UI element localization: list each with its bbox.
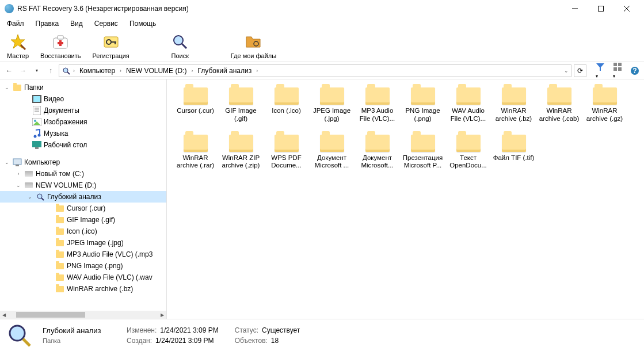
menu-view[interactable]: Вид xyxy=(66,18,87,29)
chevron-right-icon: › xyxy=(73,68,75,74)
node-label: Новый том (C:) xyxy=(36,170,84,178)
node-icon xyxy=(55,215,64,224)
folder-icon xyxy=(455,85,482,107)
maximize-button[interactable] xyxy=(588,0,613,17)
node-icon xyxy=(55,284,64,293)
menu-edit[interactable]: Правка xyxy=(31,18,64,29)
tree-subfolder[interactable]: MP3 Audio File (VLC) (.mp3 xyxy=(0,249,166,260)
where-button[interactable]: Где мои файлы xyxy=(228,32,279,60)
grid-folder-item[interactable]: WAV Audio File (VLC)... xyxy=(447,85,490,123)
node-icon xyxy=(13,83,22,92)
tree-folders-root[interactable]: ⌄Папки xyxy=(0,82,166,93)
objects-label: Объектов: xyxy=(235,337,268,345)
crumb-volume[interactable]: NEW VOLUME (D:) xyxy=(124,67,189,75)
wizard-button[interactable]: Мастер xyxy=(5,32,31,60)
expander-icon[interactable]: ⌄ xyxy=(3,159,10,165)
tree-drive[interactable]: ›Новый том (C:) xyxy=(0,168,166,180)
tree-computer-root[interactable]: ⌄Компьютер xyxy=(0,157,166,168)
grid-folder-item[interactable]: WinRAR ZIP archive (.zip) xyxy=(219,132,262,170)
tree-subfolder[interactable]: Cursor (.cur) xyxy=(0,203,166,214)
grid-folder-item[interactable]: WinRAR archive (.gz) xyxy=(583,85,626,123)
minimize-button[interactable] xyxy=(562,0,588,17)
grid-folder-item[interactable]: Документ Microsoft... xyxy=(356,132,399,170)
filter-button[interactable]: ▾ xyxy=(595,61,606,81)
content-pane: Cursor (.cur)GIF Image (.gif)Icon (.ico)… xyxy=(167,79,644,319)
register-button[interactable]: Регистрация xyxy=(90,32,132,60)
help-button[interactable]: ? xyxy=(629,65,641,77)
grid-folder-item[interactable]: Презентация Microsoft P... xyxy=(401,132,444,170)
grid-folder-item[interactable]: GIF Image (.gif) xyxy=(219,85,262,123)
grid-folder-item[interactable]: Файл TIF (.tif) xyxy=(492,132,535,170)
nav-up[interactable]: ↑ xyxy=(45,65,56,77)
expander-icon[interactable]: ⌄ xyxy=(15,182,22,188)
status-label: Статус: xyxy=(235,326,258,334)
tree-drive[interactable]: ⌄NEW VOLUME (D:) xyxy=(0,180,166,191)
refresh-button[interactable]: ⟳ xyxy=(574,64,586,77)
grid-folder-item[interactable]: Icon (.ico) xyxy=(265,85,308,123)
svg-rect-27 xyxy=(33,96,40,102)
menubar: Файл Правка Вид Сервис Помощь xyxy=(0,17,644,30)
node-label: GIF Image (.gif) xyxy=(67,216,115,224)
tree-deepscan[interactable]: ⌄Глубокий анализ xyxy=(0,191,166,203)
grid-folder-item[interactable]: Текст OpenDocu... xyxy=(447,132,490,170)
node-icon xyxy=(32,117,41,127)
item-label: PNG Image (.png) xyxy=(401,107,444,123)
search-button[interactable]: Поиск xyxy=(169,32,192,60)
node-icon xyxy=(32,94,41,104)
tree-horizontal-scrollbar[interactable]: ◀▶ xyxy=(0,311,166,319)
expander-icon[interactable]: › xyxy=(15,171,22,177)
nav-back[interactable]: ← xyxy=(3,65,15,77)
folder-icon xyxy=(455,132,482,154)
tree-item[interactable]: Видео xyxy=(0,93,166,105)
svg-rect-39 xyxy=(13,159,21,165)
tree-subfolder[interactable]: JPEG Image (.jpg) xyxy=(0,237,166,249)
node-label: Документы xyxy=(44,106,79,115)
folder-tree: ⌄ПапкиВидеоДокументыИзображенияМузыкаРаб… xyxy=(0,79,167,319)
folder-icon xyxy=(318,85,346,107)
chevron-right-icon: › xyxy=(120,68,121,74)
nav-forward[interactable]: → xyxy=(17,65,29,77)
crumb-computer[interactable]: Компьютер xyxy=(77,67,117,75)
svg-line-42 xyxy=(41,198,44,200)
folder-icon xyxy=(591,85,619,107)
grid-folder-item[interactable]: Документ Microsoft ... xyxy=(310,132,353,170)
grid-folder-item[interactable]: WinRAR archive (.bz) xyxy=(492,85,535,123)
node-label: Рабочий стол xyxy=(44,141,87,149)
tree-item[interactable]: Изображения xyxy=(0,116,166,128)
item-grid: Cursor (.cur)GIF Image (.gif)Icon (.ico)… xyxy=(173,85,644,179)
tree-item[interactable]: Документы xyxy=(0,105,166,116)
menu-service[interactable]: Сервис xyxy=(90,18,123,29)
address-box[interactable]: › Компьютер › NEW VOLUME (D:) › Глубокий… xyxy=(59,64,571,77)
grid-folder-item[interactable]: Cursor (.cur) xyxy=(174,85,217,123)
tree-subfolder[interactable]: GIF Image (.gif) xyxy=(0,214,166,226)
tree-subfolder[interactable]: WinRAR archive (.bz) xyxy=(0,283,166,295)
close-button[interactable] xyxy=(613,0,639,17)
tree-subfolder[interactable]: Icon (.ico) xyxy=(0,226,166,237)
svg-line-44 xyxy=(23,339,30,346)
crumb-deepscan[interactable]: Глубокий анализ xyxy=(195,67,254,75)
recover-button[interactable]: Восстановить xyxy=(38,32,83,60)
expander-icon[interactable]: ⌄ xyxy=(3,85,10,90)
expander-icon[interactable]: ⌄ xyxy=(26,194,33,200)
svg-point-41 xyxy=(37,194,42,199)
folder-icon xyxy=(182,132,209,154)
grid-folder-item[interactable]: PNG Image (.png) xyxy=(401,85,444,123)
grid-folder-item[interactable]: WinRAR archive (.cab) xyxy=(538,85,581,123)
grid-folder-item[interactable]: WinRAR archive (.rar) xyxy=(174,132,217,170)
view-tools: ▾ ▾ ? xyxy=(595,61,641,81)
grid-folder-item[interactable]: WPS PDF Docume... xyxy=(265,132,308,170)
svg-rect-9 xyxy=(58,42,63,44)
menu-file[interactable]: Файл xyxy=(2,18,29,29)
tree-subfolder[interactable]: PNG Image (.png) xyxy=(0,260,166,272)
nav-history-dropdown[interactable]: ▾ xyxy=(31,65,43,77)
tree-item[interactable]: Музыка xyxy=(0,128,166,139)
tree-item[interactable]: Рабочий стол xyxy=(0,139,166,151)
svg-rect-23 xyxy=(618,67,622,71)
tree-subfolder[interactable]: WAV Audio File (VLC) (.wav xyxy=(0,272,166,283)
svg-marker-19 xyxy=(596,63,604,71)
view-mode-button[interactable]: ▾ xyxy=(612,61,623,81)
grid-folder-item[interactable]: MP3 Audio File (VLC)... xyxy=(356,85,399,123)
address-dropdown-icon[interactable]: ⌄ xyxy=(564,68,569,74)
menu-help[interactable]: Помощь xyxy=(125,18,161,29)
grid-folder-item[interactable]: JPEG Image (.jpg) xyxy=(310,85,353,123)
